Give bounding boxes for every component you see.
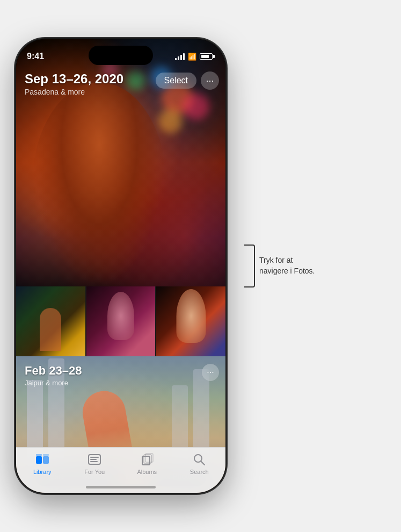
thumbnail-3[interactable] — [156, 286, 225, 356]
event-text: Feb 23–28 Jaipur & more — [25, 364, 82, 387]
status-icons: 📶 — [175, 53, 215, 61]
select-button[interactable]: Select — [156, 73, 196, 89]
main-content: Sep 13–26, 2020 Pasadena & more Select ·… — [16, 39, 225, 493]
tab-library[interactable]: Library — [24, 452, 61, 475]
library-icon — [35, 452, 50, 467]
search-label: Search — [190, 469, 209, 475]
for-you-icon — [87, 452, 102, 467]
phone-screen: 9:41 📶 — [16, 39, 225, 493]
event-more-button[interactable]: ··· — [202, 364, 219, 381]
home-indicator — [86, 486, 156, 488]
annotation-text: Tryk for at navigere i Fotos. — [259, 255, 324, 276]
more-button[interactable]: ··· — [201, 71, 219, 90]
svg-rect-0 — [36, 456, 42, 464]
tab-for-you[interactable]: For You — [76, 452, 113, 475]
dynamic-island — [89, 46, 153, 65]
annotation: Tryk for at navigere i Fotos. — [244, 245, 324, 287]
albums-icon — [140, 452, 155, 467]
albums-label: Albums — [137, 469, 157, 475]
battery-icon — [200, 53, 215, 60]
wifi-icon: 📶 — [188, 53, 196, 61]
hero-text: Sep 13–26, 2020 Pasadena & more — [25, 71, 123, 96]
hero-location: Pasadena & more — [25, 88, 123, 96]
tab-search[interactable]: Search — [180, 452, 218, 475]
event-more-icon: ··· — [207, 368, 214, 377]
svg-rect-3 — [43, 454, 49, 456]
event-location: Jaipur & more — [25, 379, 82, 387]
status-time: 9:41 — [27, 52, 44, 61]
svg-rect-1 — [43, 456, 49, 464]
annotation-bracket — [244, 245, 255, 287]
event-date: Feb 23–28 — [25, 364, 82, 378]
thumbnail-2[interactable] — [86, 286, 156, 356]
hero-section[interactable]: Sep 13–26, 2020 Pasadena & more Select ·… — [16, 39, 225, 286]
more-dots-icon: ··· — [206, 75, 214, 87]
svg-rect-2 — [36, 454, 42, 456]
thumbnail-1[interactable] — [16, 286, 85, 356]
iphone-device: 9:41 📶 — [16, 39, 225, 493]
signal-icon — [175, 53, 185, 60]
hero-buttons: Select ··· — [156, 71, 219, 90]
tab-bar: Library For You — [16, 447, 225, 493]
hero-date: Sep 13–26, 2020 — [25, 71, 123, 87]
thumbnail-strip — [16, 286, 225, 356]
library-label: Library — [33, 469, 52, 475]
for-you-label: For You — [84, 469, 105, 475]
svg-line-12 — [201, 461, 205, 465]
tab-albums[interactable]: Albums — [128, 452, 166, 475]
search-icon — [192, 452, 207, 467]
